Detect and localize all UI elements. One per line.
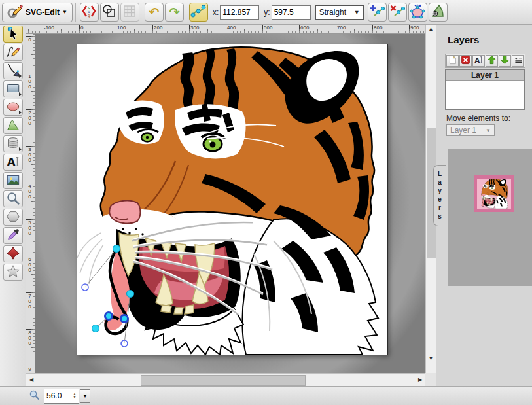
snap-grid-button[interactable] bbox=[120, 3, 139, 22]
ruler-tick-label: 700 bbox=[337, 25, 346, 31]
layer-thumbnail-art bbox=[477, 179, 511, 209]
star-icon bbox=[6, 264, 20, 281]
path-nodes bbox=[92, 245, 134, 332]
layers-panel-collapse-tab[interactable]: Layers bbox=[433, 165, 446, 226]
edit-source-button[interactable]: s v g bbox=[80, 3, 99, 22]
ruler-tick-label: 400 bbox=[27, 183, 33, 199]
scrollbar-corner bbox=[425, 373, 436, 386]
x-coordinate-label: x: bbox=[213, 8, 219, 17]
tool-select[interactable] bbox=[3, 26, 23, 43]
flyout-arrow-icon bbox=[19, 147, 22, 151]
wireframe-button[interactable] bbox=[100, 3, 119, 22]
ruler-tick-label: 900 bbox=[27, 366, 33, 373]
svg-canvas[interactable] bbox=[77, 44, 387, 355]
tool-text[interactable]: A bbox=[3, 154, 23, 171]
tool-eyedropper[interactable] bbox=[3, 227, 23, 244]
main-menu-button[interactable]: SVG-Edit ▼ bbox=[2, 3, 73, 22]
move-elements-label: Move elements to: bbox=[446, 114, 510, 123]
scroll-left-arrow[interactable]: ◀ bbox=[27, 377, 35, 383]
layer-row-layer1[interactable]: Layer 1 bbox=[446, 70, 524, 81]
tool-shape-library[interactable] bbox=[3, 135, 23, 152]
svg-text:A: A bbox=[7, 155, 15, 167]
chevron-down-icon: ▼ bbox=[354, 9, 360, 16]
select-icon bbox=[6, 26, 20, 43]
delete-layer-button[interactable] bbox=[459, 55, 472, 67]
horizontal-scrollbar[interactable]: ◀ ▶ bbox=[26, 373, 425, 386]
open-close-path-button[interactable] bbox=[408, 3, 427, 22]
layers-sidebar: Layers bbox=[436, 25, 532, 386]
redo-button[interactable]: ↷ bbox=[165, 3, 184, 22]
tool-image[interactable] bbox=[3, 172, 23, 189]
undo-icon: ↶ bbox=[149, 6, 159, 18]
delete-node-button[interactable] bbox=[388, 3, 407, 22]
pencil-icon bbox=[6, 44, 20, 61]
svg-text:g: g bbox=[88, 13, 90, 18]
scroll-down-arrow[interactable]: ▼ bbox=[426, 355, 436, 361]
move-elements-select[interactable]: Layer 1 ▼ bbox=[446, 124, 495, 136]
tool-zoom[interactable] bbox=[3, 190, 23, 207]
zoom-preset-dropdown-button[interactable]: ▼ bbox=[80, 389, 90, 403]
scroll-up-arrow[interactable]: ▲ bbox=[426, 26, 436, 32]
wireframe-icon bbox=[101, 3, 117, 21]
ruler-tick-label: 100 bbox=[27, 73, 33, 89]
svgedit-logo-icon bbox=[7, 3, 23, 21]
zoom-input-group: ▲▼ bbox=[44, 389, 79, 404]
path-edit-overlay[interactable] bbox=[77, 44, 387, 355]
statusbar-separator bbox=[96, 389, 96, 403]
ruler-tick-label: -100 bbox=[44, 25, 54, 31]
tool-pencil[interactable] bbox=[3, 44, 23, 61]
move-layer-down-button[interactable] bbox=[499, 55, 511, 67]
scroll-right-arrow[interactable]: ▶ bbox=[416, 377, 424, 383]
delete-layer-icon bbox=[461, 55, 470, 67]
ruler-tick-label: 400 bbox=[227, 25, 236, 31]
y-coordinate-input[interactable] bbox=[272, 5, 311, 20]
zoom-spinner[interactable]: ▲▼ bbox=[71, 393, 79, 399]
ruler-tick-label: 900 bbox=[410, 25, 419, 31]
eyedropper-icon bbox=[6, 228, 20, 244]
link-control-points-toggle[interactable] bbox=[189, 3, 208, 22]
tool-rectangle[interactable] bbox=[3, 80, 23, 97]
zoom-tool-icon bbox=[6, 191, 20, 207]
main-menu-label: SVG-Edit bbox=[26, 8, 60, 17]
layer-buttons-row: A bbox=[445, 54, 525, 68]
ruler-tick-label: 0 bbox=[80, 25, 83, 31]
horizontal-scroll-thumb[interactable] bbox=[141, 375, 306, 386]
ruler-tick-label: 800 bbox=[27, 330, 33, 345]
image-icon bbox=[6, 173, 20, 189]
top-toolbar: SVG-Edit ▼ s v g bbox=[0, 0, 532, 25]
ruler-tick-label: 200 bbox=[27, 110, 33, 126]
layer-menu-icon bbox=[513, 55, 523, 67]
rename-layer-button[interactable]: A bbox=[472, 55, 485, 67]
tool-star[interactable] bbox=[3, 264, 23, 281]
flyout-arrow-icon bbox=[19, 92, 22, 96]
tool-polygon[interactable] bbox=[3, 209, 23, 226]
reorient-path-icon bbox=[430, 3, 446, 21]
tool-ellipse[interactable] bbox=[3, 99, 23, 116]
add-node-button[interactable] bbox=[368, 3, 387, 22]
vertical-ruler: 0100200300400500600700800900 bbox=[26, 34, 35, 373]
reorient-path-button[interactable] bbox=[429, 3, 448, 22]
tool-path[interactable] bbox=[3, 117, 23, 134]
segment-type-select[interactable]: Straight ▼ bbox=[315, 5, 364, 20]
ruler-tick-label: 500 bbox=[27, 220, 33, 236]
tool-shapes[interactable] bbox=[3, 245, 23, 262]
left-tool-palette: A bbox=[0, 25, 26, 386]
layer-preview-panel bbox=[448, 149, 532, 286]
layer-thumbnail bbox=[474, 175, 514, 212]
ruler-tick-label: 700 bbox=[27, 293, 33, 309]
ruler-tick-label: 300 bbox=[27, 147, 33, 162]
move-layer-up-button[interactable] bbox=[486, 55, 498, 67]
grid-icon bbox=[122, 3, 137, 21]
shapes-burst-icon bbox=[6, 246, 20, 262]
new-layer-button[interactable] bbox=[446, 55, 459, 67]
shape-library-icon bbox=[6, 136, 20, 152]
tool-line[interactable] bbox=[3, 62, 23, 79]
zoom-level-input[interactable] bbox=[44, 391, 71, 402]
path-icon bbox=[6, 118, 20, 134]
layer-menu-button[interactable] bbox=[512, 55, 524, 67]
source-code-icon: s v g bbox=[81, 3, 97, 21]
x-coordinate-input[interactable] bbox=[220, 5, 259, 20]
svg-text:A: A bbox=[474, 57, 480, 64]
link-control-points-icon bbox=[190, 3, 206, 21]
undo-button[interactable]: ↶ bbox=[145, 3, 164, 22]
